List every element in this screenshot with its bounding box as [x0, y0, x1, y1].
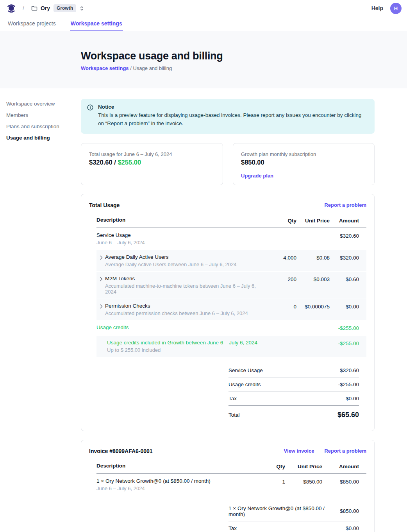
table-row: Service Usage June 6 – July 6, 2024 $320…: [96, 228, 366, 249]
total-value: $65.60: [337, 411, 359, 419]
summary-row: Tax $0.00: [228, 391, 359, 405]
row-title: Usage credits included in Growth between…: [107, 340, 257, 346]
row-amount: $0.60: [330, 276, 359, 282]
row-subtitle: June 6 – July 6, 2024: [96, 240, 145, 245]
folder-icon: [31, 5, 37, 11]
chevron-right-icon[interactable]: [100, 277, 103, 281]
page-header: Workspace usage and billing Workspace se…: [0, 31, 407, 88]
row-qty: 0: [261, 303, 296, 310]
plan-badge: Growth: [54, 4, 76, 12]
sidebar-item-usage-and-billing[interactable]: Usage and billing: [6, 134, 75, 141]
column-description: Description: [96, 463, 250, 469]
summary-label: Tax: [228, 525, 237, 531]
tab-workspace-settings[interactable]: Workspace settings: [70, 16, 123, 31]
breadcrumb: Workspace settings / Usage and billing: [81, 65, 407, 71]
row-amount: $320.00: [330, 254, 359, 261]
workspace-switcher-icon[interactable]: [80, 5, 84, 11]
total-row: Total $65.60: [228, 405, 359, 423]
row-subtitle: Up to $ 255.00 included: [107, 347, 257, 353]
row-title: M2M Tokens: [105, 276, 261, 281]
summary-label: 1 × Ory Network Growth@0 (at $850.00 / m…: [228, 505, 340, 517]
sidebar-item-workspace-overview[interactable]: Workspace overview: [6, 100, 75, 107]
row-title: Service Usage: [96, 232, 145, 238]
row-qty: 200: [261, 276, 296, 282]
row-unit-price: $0.003: [296, 276, 330, 282]
table-header: Description Qty Unit Price Amount: [96, 214, 366, 228]
summary-label: Service Usage: [228, 367, 263, 373]
row-unit-price: $0.08: [296, 254, 330, 261]
row-subtitle: Average Daily Active Users between June …: [105, 262, 237, 267]
summary-value: $320.60: [340, 367, 359, 373]
summary-value: $0.00: [346, 525, 359, 531]
breadcrumb-current: Usage and billing: [133, 65, 172, 71]
row-title: Average Daily Active Users: [105, 254, 237, 260]
notice-title: Notice: [98, 104, 368, 110]
row-amount: -$255.00: [330, 340, 359, 346]
summary-label: Tax: [228, 396, 237, 401]
total-label: Total: [228, 412, 240, 418]
sidebar-item-plans-and-subscription[interactable]: Plans and subscription: [6, 123, 75, 130]
row-amount: $0.00: [330, 303, 359, 310]
invoice-panel: Invoice #8099AFA6-0001 View invoice Repo…: [81, 440, 375, 532]
invoice-table: Description Qty Unit Price Amount 1 × Or…: [96, 460, 366, 495]
column-amount: Amount: [330, 217, 359, 224]
report-a-problem-link[interactable]: Report a problem: [324, 202, 366, 208]
summary-row: 1 × Ory Network Growth@0 (at $850.00 / m…: [228, 502, 359, 521]
table-row: M2M Tokens Accumulated machine-to-machin…: [96, 272, 366, 299]
column-amount: Amount: [322, 463, 359, 469]
summary-value: $850.00: [340, 508, 359, 514]
total-usage-panel: Total Usage Report a problem Description…: [81, 194, 375, 431]
row-subtitle: Accumulated machine-to-machine tokens be…: [105, 283, 261, 295]
invoice-summary: 1 × Ory Network Growth@0 (at $850.00 / m…: [228, 502, 366, 532]
top-bar: / Ory Growth Help H: [0, 0, 407, 16]
summary-value: -$255.00: [338, 382, 359, 387]
preview-notice: Notice This is a preview feature for dis…: [81, 99, 375, 134]
column-qty: Qty: [250, 463, 285, 469]
table-row: Usage credits included in Growth between…: [96, 336, 366, 357]
workspace-name[interactable]: Ory: [41, 5, 50, 11]
table-row: Permission Checks Accumulated permission…: [96, 299, 366, 321]
ory-logo-icon[interactable]: [6, 3, 16, 13]
row-unit-price: $0.000075: [296, 303, 330, 310]
total-usage-value: $320.60 / $255.00: [89, 159, 215, 166]
row-amount: $320.60: [330, 232, 359, 239]
subscription-label: Growth plan monthly subscription: [241, 151, 366, 157]
row-title: 1 × Ory Network Growth@0 (at $850.00 / m…: [96, 478, 211, 484]
upgrade-plan-link[interactable]: Upgrade plan: [241, 173, 273, 179]
view-invoice-link[interactable]: View invoice: [284, 448, 314, 454]
table-row: 1 × Ory Network Growth@0 (at $850.00 / m…: [96, 474, 366, 495]
usage-table: Description Qty Unit Price Amount Servic…: [96, 214, 366, 357]
summary-label: Usage credits: [228, 382, 261, 387]
table-row: Average Daily Active Users Average Daily…: [96, 250, 366, 272]
row-subtitle: Accumulated permission checks between Ju…: [105, 310, 248, 316]
panel-title: Total Usage: [89, 202, 120, 208]
sidebar-item-members[interactable]: Members: [6, 112, 75, 118]
total-usage-label: Total usage for June 6 – July 6, 2024: [89, 151, 215, 157]
page-title: Workspace usage and billing: [81, 50, 407, 62]
column-unit-price: Unit Price: [285, 463, 322, 469]
column-description: Description: [96, 217, 261, 223]
usage-summary: Service Usage $320.60 Usage credits -$25…: [228, 364, 366, 423]
help-button[interactable]: Help: [371, 5, 383, 11]
notice-body: This is a preview feature for displaying…: [98, 111, 368, 128]
workspace-tabs: Workspace projects Workspace settings: [0, 16, 407, 31]
invoice-title: Invoice #8099AFA6-0001: [89, 448, 153, 454]
row-title: Permission Checks: [105, 303, 248, 309]
row-qty: 4,000: [261, 254, 296, 261]
column-qty: Qty: [261, 217, 296, 224]
breadcrumb-workspace-settings-link[interactable]: Workspace settings: [81, 65, 129, 71]
usage-amount: $320.60: [89, 159, 112, 166]
report-a-problem-link[interactable]: Report a problem: [324, 448, 366, 454]
usage-separator: /: [112, 159, 118, 166]
table-header: Description Qty Unit Price Amount: [96, 460, 366, 474]
summary-row: Service Usage $320.60: [228, 364, 359, 377]
user-avatar[interactable]: H: [390, 3, 402, 14]
tab-workspace-projects[interactable]: Workspace projects: [7, 16, 57, 31]
chevron-right-icon[interactable]: [100, 304, 103, 309]
row-title: Usage credits: [96, 324, 129, 330]
table-row: Usage credits -$255.00: [96, 321, 366, 335]
subscription-card: Growth plan monthly subscription $850.00…: [233, 143, 375, 185]
summary-value: $0.00: [346, 396, 359, 401]
row-amount: -$255.00: [330, 324, 359, 331]
chevron-right-icon[interactable]: [100, 255, 103, 260]
